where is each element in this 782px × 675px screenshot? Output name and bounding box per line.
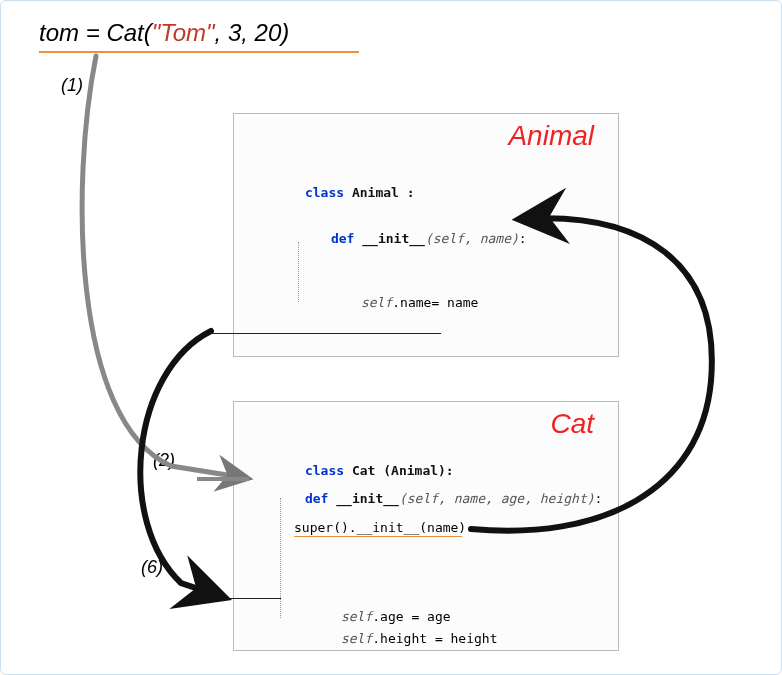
- cat-indent-guide: [280, 498, 281, 618]
- animal-class-line: class Animal :: [258, 170, 415, 215]
- animal-class-name: Animal :: [344, 185, 414, 200]
- string-literal: "Tom": [152, 19, 215, 46]
- colon: :: [595, 491, 603, 506]
- cat-init-name: __init__: [328, 491, 398, 506]
- class-keyword: class: [305, 185, 344, 200]
- animal-init-args: (self, name): [425, 231, 519, 246]
- self-ref: self: [341, 631, 372, 646]
- def-keyword: def: [331, 231, 354, 246]
- self-ref: self: [361, 295, 392, 310]
- step-1-label: (1): [61, 75, 83, 96]
- var-name: tom: [39, 19, 79, 46]
- arrow-step-1: [82, 56, 246, 478]
- cat-title: Cat: [550, 408, 594, 440]
- cat-super-line: super().__init__(name): [294, 520, 466, 535]
- call-prefix: Cat(: [106, 19, 151, 46]
- cat-class-box: Cat class Cat (Animal): def __init__(sel…: [233, 401, 619, 651]
- animal-body-line: self.name= name: [314, 280, 478, 325]
- underline-accent: [39, 51, 359, 53]
- colon: :: [519, 231, 527, 246]
- animal-assign: .name= name: [392, 295, 478, 310]
- def-keyword: def: [305, 491, 328, 506]
- cat-height-assign: .height = height: [372, 631, 497, 646]
- cat-init-line: def __init__(self, name, age, height):: [258, 476, 602, 521]
- animal-exit-line: [211, 333, 441, 334]
- step-6-label: (6): [141, 557, 163, 578]
- equals: =: [79, 19, 106, 46]
- animal-title: Animal: [508, 120, 594, 152]
- diagram-canvas: tom = Cat("Tom", 3, 20) (1) (2) (3) (4) …: [0, 0, 782, 675]
- animal-init-name: __init__: [354, 231, 424, 246]
- animal-class-box: Animal class Animal : def __init__(self,…: [233, 113, 619, 357]
- step-2-label: (2): [153, 450, 175, 471]
- cat-return-connector: [226, 598, 281, 599]
- call-rest: , 3, 20): [215, 19, 290, 46]
- cat-height-line: self.height = height: [294, 616, 498, 661]
- instantiation-expression: tom = Cat("Tom", 3, 20): [39, 19, 289, 47]
- super-underline: [294, 536, 462, 537]
- animal-indent-guide: [298, 242, 299, 302]
- animal-init-line: def __init__(self, name):: [284, 216, 527, 261]
- cat-init-args: (self, name, age, height): [399, 491, 595, 506]
